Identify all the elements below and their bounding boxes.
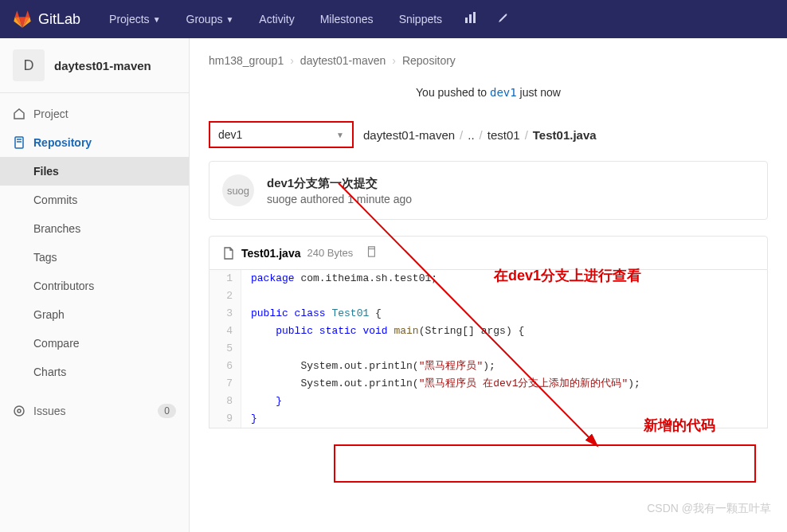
sidebar-sub-charts[interactable]: Charts [0,358,189,386]
file-icon [222,247,235,260]
nav-projects[interactable]: Projects▼ [100,6,170,32]
file-name: Test01.java [241,247,300,260]
breadcrumb: hm138_group1 › daytest01-maven › Reposit… [209,54,768,67]
line-number: 7 [209,375,241,393]
push-notice: You pushed to dev1 just now [209,86,768,99]
last-commit-box: suog dev1分支第一次提交 suoge authored 1 minute… [209,161,768,220]
code-line: 5 [209,340,767,358]
svg-rect-0 [465,18,468,23]
svg-rect-8 [369,249,375,257]
sidebar: D daytest01-maven Project Repository Fil… [0,38,190,532]
project-name: daytest01-maven [54,59,151,72]
line-content [241,340,251,358]
doc-icon [13,136,25,149]
branch-selector[interactable]: dev1 ▼ [209,121,354,148]
sidebar-sub-branches[interactable]: Branches [0,214,189,243]
commit-author-avatar[interactable]: suog [222,174,254,206]
sidebar-sub-tags[interactable]: Tags [0,243,189,272]
nav-activity[interactable]: Activity [249,6,303,32]
breadcrumb-sep: › [290,54,294,67]
sidebar-sub-files[interactable]: Files [0,157,189,186]
svg-rect-2 [473,12,476,23]
sidebar-item-issues[interactable]: Issues 0 [0,396,189,426]
line-content: System.out.println("黑马程序员"); [241,358,495,375]
code-line: 3public class Test01 { [209,305,767,323]
line-number: 8 [209,393,241,410]
breadcrumb-project[interactable]: daytest01-maven [300,54,386,67]
branch-selector-value: dev1 [218,128,242,141]
nav-snippets[interactable]: Snippets [390,6,452,32]
line-content: System.out.println("黑马程序员 在dev1分支上添加的新的代… [241,375,640,393]
code-line: 8 } [209,393,767,410]
breadcrumb-sep: › [392,54,396,67]
sidebar-sub-contributors[interactable]: Contributors [0,272,189,300]
sidebar-sub-compare[interactable]: Compare [0,329,189,358]
logo-text: GitLab [38,11,80,28]
top-navbar: GitLab Projects▼ Groups▼ Activity Milest… [0,0,787,38]
svg-rect-1 [469,14,472,23]
code-line: 9} [209,410,767,428]
file-bc-dots[interactable]: .. [468,128,474,142]
chart-icon[interactable] [458,5,484,33]
nav-groups[interactable]: Groups▼ [177,6,244,32]
file-nav-row: dev1 ▼ daytest01-maven / .. / test01 / T… [209,121,768,148]
logo[interactable]: GitLab [13,10,80,29]
file-header: Test01.java 240 Bytes [209,236,768,270]
line-number: 9 [209,410,241,428]
sidebar-sub-graph[interactable]: Graph [0,300,189,329]
nav-milestones[interactable]: Milestones [311,6,383,32]
gitlab-logo-icon [13,10,32,29]
copy-path-icon[interactable] [366,246,377,260]
content-area: hm138_group1 › daytest01-maven › Reposit… [190,38,787,532]
code-line: 2 [209,288,767,305]
code-line: 1package com.itheima.sh.test01; [209,270,767,288]
line-content: public class Test01 { [241,305,382,323]
file-viewer: 1package com.itheima.sh.test01;23public … [209,270,768,428]
line-number: 2 [209,288,241,305]
code-line: 7 System.out.println("黑马程序员 在dev1分支上添加的新… [209,375,767,393]
line-number: 1 [209,270,241,288]
pushed-branch-link[interactable]: dev1 [490,86,517,99]
commit-title[interactable]: dev1分支第一次提交 [267,176,412,191]
sidebar-sub-commits[interactable]: Commits [0,186,189,214]
line-content: package com.itheima.sh.test01; [241,270,437,288]
file-bc-dir[interactable]: test01 [487,128,520,142]
code-line: 6 System.out.println("黑马程序员"); [209,358,767,375]
breadcrumb-group[interactable]: hm138_group1 [209,54,284,67]
line-content [241,288,251,305]
svg-point-7 [18,409,21,413]
file-bc-current: Test01.java [533,128,597,142]
file-breadcrumb: daytest01-maven / .. / test01 / Test01.j… [363,128,597,142]
chevron-down-icon: ▼ [153,15,161,24]
breadcrumb-current: Repository [402,54,456,67]
issues-icon [13,405,25,417]
code-line: 4 public static void main(String[] args)… [209,323,767,340]
home-icon [13,108,25,120]
sidebar-item-project[interactable]: Project [0,100,189,128]
line-content: } [241,410,257,428]
svg-point-6 [14,406,24,416]
admin-wrench-icon[interactable] [490,5,515,33]
project-header[interactable]: D daytest01-maven [0,38,189,93]
line-number: 4 [209,323,241,340]
sidebar-item-repository[interactable]: Repository [0,128,189,157]
issues-count-badge: 0 [158,404,176,418]
file-bc-root[interactable]: daytest01-maven [363,128,455,142]
line-number: 5 [209,340,241,358]
svg-rect-3 [15,137,23,148]
chevron-down-icon: ▼ [336,131,344,139]
line-content: } [241,393,282,410]
commit-meta: suoge authored 1 minute ago [267,193,412,205]
line-number: 3 [209,305,241,323]
nav-menu: Projects▼ Groups▼ Activity Milestones Sn… [100,5,515,33]
project-avatar: D [13,49,45,81]
file-size: 240 Bytes [307,247,353,259]
chevron-down-icon: ▼ [225,15,233,24]
line-number: 6 [209,358,241,375]
sidebar-nav: Project Repository Files Commits Branche… [0,93,189,532]
line-content: public static void main(String[] args) { [241,323,524,340]
